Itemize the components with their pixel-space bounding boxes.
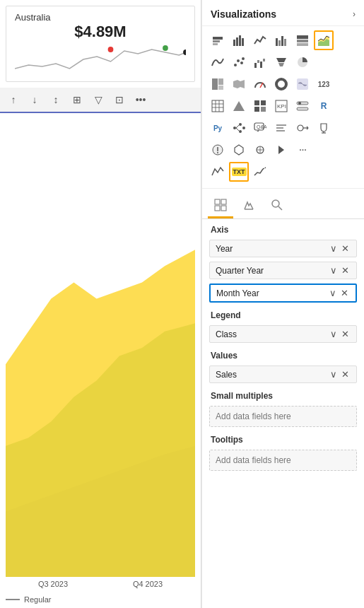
viz-icon-shape-map[interactable]: [229, 140, 249, 160]
viz-icon-gauge[interactable]: [250, 74, 270, 94]
area-chart: [0, 113, 201, 577]
svg-rect-14: [278, 40, 281, 46]
viz-icon-R[interactable]: R: [314, 96, 334, 116]
quarter-chevron-icon[interactable]: ∨: [329, 265, 339, 276]
viz-icon-arrow[interactable]: [271, 140, 291, 160]
axis-section-label: Axis: [202, 219, 364, 238]
svg-rect-6: [213, 37, 223, 40]
icon-row-3: 123: [208, 74, 358, 94]
viz-icon-smart-narrative[interactable]: [271, 118, 291, 138]
sort-desc-button[interactable]: ↓: [25, 90, 44, 109]
month-year-field-chip[interactable]: Month Year ∨ ✕: [209, 283, 357, 303]
value-label: $4.89M: [15, 23, 186, 41]
year-chevron-icon[interactable]: ∨: [329, 243, 339, 254]
analytics-tab[interactable]: [264, 193, 290, 218]
viz-icon-waterfall[interactable]: [250, 52, 270, 72]
viz-icon-python[interactable]: Py: [208, 118, 228, 138]
viz-icon-blank: [314, 52, 334, 72]
export-button[interactable]: ⊡: [110, 90, 129, 109]
year-field-chip[interactable]: Year ∨ ✕: [209, 240, 357, 257]
year-close-icon[interactable]: ✕: [340, 243, 351, 254]
viz-icon-ribbon[interactable]: [208, 52, 228, 72]
svg-rect-26: [254, 63, 257, 68]
viz-icon-decomp-tree[interactable]: [229, 118, 249, 138]
svg-rect-16: [284, 39, 286, 46]
svg-marker-36: [233, 80, 245, 88]
viz-icon-pie[interactable]: [293, 52, 312, 72]
q3-label: Q3 2023: [38, 580, 68, 588]
svg-rect-54: [297, 107, 308, 110]
month-year-chevron-icon[interactable]: ∨: [328, 288, 338, 298]
month-year-field-actions: ∨ ✕: [328, 288, 350, 298]
viz-icon-trophy[interactable]: [314, 118, 334, 138]
svg-rect-13: [276, 38, 278, 46]
viz-icon-qa[interactable]: Q&A: [250, 118, 270, 138]
class-field-chip[interactable]: Class ∨ ✕: [209, 325, 357, 343]
viz-icon-map[interactable]: [229, 74, 249, 94]
tooltips-section-label: Tooltips: [202, 429, 364, 448]
tooltips-add-fields[interactable]: Add data fields here: [209, 450, 357, 471]
sales-field-chip[interactable]: Sales ∨ ✕: [209, 366, 357, 383]
svg-line-61: [236, 128, 239, 131]
legend-line-icon: [6, 599, 20, 600]
viz-icon-clustered-bar[interactable]: [271, 30, 291, 50]
viz-icon-area-selected[interactable]: [314, 30, 334, 50]
viz-icon-sparkline[interactable]: [208, 162, 228, 182]
svg-rect-41: [212, 100, 223, 112]
viz-icon-slicer[interactable]: [293, 96, 312, 116]
viz-icon-stacked-bar[interactable]: [208, 30, 228, 50]
class-chevron-icon[interactable]: ∨: [329, 329, 339, 339]
viz-icon-forecast[interactable]: [250, 162, 270, 182]
svg-text:Q&A: Q&A: [257, 124, 266, 130]
sort-asc-button[interactable]: ↑: [4, 90, 23, 109]
viz-icon-funnel[interactable]: [271, 52, 291, 72]
filter-button[interactable]: ▽: [89, 90, 107, 109]
viz-icon-donut[interactable]: [271, 74, 291, 94]
viz-icon-matrix[interactable]: [250, 96, 270, 116]
class-close-icon[interactable]: ✕: [340, 329, 351, 339]
viz-icon-custom[interactable]: [250, 140, 270, 160]
viz-icon-bar[interactable]: [229, 30, 249, 50]
viz-icon-kpi[interactable]: KPI: [271, 96, 291, 116]
expand-panel-icon[interactable]: ›: [353, 9, 356, 19]
svg-point-22: [234, 64, 237, 66]
sales-close-icon[interactable]: ✕: [340, 369, 351, 380]
chart-x-labels: Q3 2023 Q4 2023: [0, 577, 201, 591]
viz-icon-line[interactable]: [250, 30, 270, 50]
panel-title: Visualizations: [211, 8, 276, 20]
format-tab[interactable]: [236, 193, 262, 218]
viz-icon-123[interactable]: 123: [314, 74, 334, 94]
fields-tab[interactable]: [208, 193, 233, 218]
viz-icon-triangle[interactable]: [229, 96, 249, 116]
quarter-year-field-actions: ∨ ✕: [329, 265, 351, 276]
field-tabs: [202, 189, 364, 219]
viz-icon-treemap[interactable]: [208, 74, 228, 94]
svg-point-67: [298, 125, 303, 131]
viz-icon-100pct-bar[interactable]: [293, 30, 312, 50]
icon-row-2: [208, 52, 358, 72]
more-options-button[interactable]: •••: [131, 90, 150, 109]
svg-point-58: [239, 130, 242, 133]
viz-icon-filled-map[interactable]: [293, 74, 312, 94]
month-year-close-icon[interactable]: ✕: [339, 288, 350, 298]
svg-point-56: [233, 127, 236, 129]
sort-both-button[interactable]: ↕: [47, 90, 65, 109]
viz-icon-anomaly[interactable]: [208, 140, 228, 160]
viz-icon-scatter[interactable]: [229, 52, 249, 72]
quarter-year-field-chip[interactable]: Quarter Year ∨ ✕: [209, 262, 357, 279]
viz-icon-table[interactable]: [208, 96, 228, 116]
viz-icon-key-influencers[interactable]: [293, 118, 312, 138]
viz-icon-more[interactable]: ···: [293, 140, 312, 160]
svg-point-55: [298, 102, 301, 105]
quarter-close-icon[interactable]: ✕: [340, 265, 351, 276]
sales-chevron-icon[interactable]: ∨: [329, 369, 339, 380]
viz-icon-txt-selected[interactable]: TXT: [229, 162, 249, 182]
svg-rect-35: [218, 86, 223, 90]
left-panel: Australia $4.89M ↑ ↓ ↕ ⊞ ▽ ⊡ •••: [0, 0, 201, 608]
svg-point-0: [108, 47, 114, 52]
svg-point-75: [217, 152, 218, 153]
q4-label: Q4 2023: [133, 580, 163, 588]
small-multiples-add-fields[interactable]: Add data fields here: [209, 406, 357, 427]
svg-rect-49: [254, 107, 259, 112]
expand-button[interactable]: ⊞: [68, 90, 86, 109]
